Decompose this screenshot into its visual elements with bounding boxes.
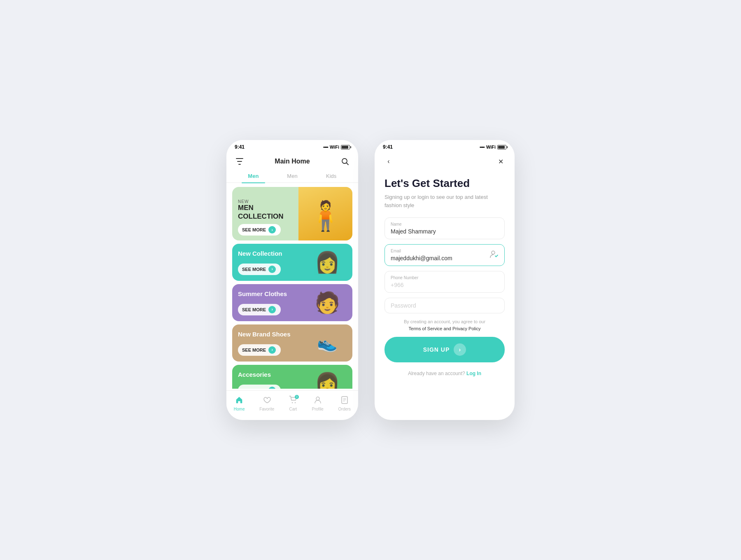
new-collection-see-more-button[interactable]: SEE MORE › [238, 264, 281, 275]
terms-text: By creating an account, you agree to our… [384, 318, 505, 332]
cart-badge-count: 0 [295, 395, 299, 399]
battery-icon-right [497, 145, 506, 149]
shoes-see-more-button[interactable]: SEE MORE › [238, 344, 281, 356]
password-field[interactable]: Password [384, 298, 505, 313]
shoes-arrow-icon: › [268, 346, 276, 354]
auth-title: Let's Get Started [384, 177, 505, 190]
favorite-label: Favorite [259, 407, 274, 411]
bottom-nav: Home Favorite 0 Cart [226, 390, 358, 420]
cat-content-accessories: Accesories SEE MORE › [232, 366, 352, 389]
svg-point-9 [492, 251, 495, 254]
phone-field[interactable]: Phone Number +966 [384, 271, 505, 293]
tab-kids[interactable]: Kids [312, 170, 351, 182]
login-link[interactable]: Log In [466, 371, 481, 376]
cat-content-summer: Summer Clothes SEE MORE › [232, 285, 352, 320]
search-button[interactable] [339, 156, 351, 167]
name-field[interactable]: Name Majed Shammary [384, 217, 505, 239]
signal-icon-right: ▪▪▪▪ [480, 145, 485, 149]
favorite-icon [263, 396, 271, 406]
signup-label: SIGN UP [423, 346, 450, 353]
orders-icon [340, 396, 349, 406]
summer-see-more-button[interactable]: SEE MORE › [238, 304, 281, 315]
left-phone: 9:41 ▪▪▪▪ WiFi Main Home Men Men [226, 140, 358, 420]
tab-men[interactable]: Men [273, 170, 312, 182]
profile-icon [314, 396, 322, 406]
home-label: Home [234, 407, 245, 411]
nav-home[interactable]: Home [234, 396, 245, 411]
status-bar-right: 9:41 ▪▪▪▪ WiFi [375, 140, 515, 152]
login-text: Already have an account? Log In [384, 371, 505, 376]
category-tabs: Men Men Kids [226, 170, 358, 183]
profile-label: Profile [312, 407, 324, 411]
cat-content-shoes: New Brand Shoes SEE MORE › [232, 326, 352, 361]
email-value: majeddukhi@gmail.com [391, 255, 499, 261]
signup-button[interactable]: SIGN UP › [384, 337, 505, 362]
home-icon [235, 396, 243, 406]
time-right: 9:41 [383, 144, 393, 150]
banner-card: NEW MEN COLLECTION SEE MORE › 🧍 [232, 187, 352, 240]
svg-point-0 [342, 159, 347, 163]
see-more-arrow-icon: › [268, 226, 276, 233]
terms-link[interactable]: Terms of Service and Privacy Policy [409, 326, 481, 331]
header-title: Main Home [275, 158, 310, 165]
accessories-card[interactable]: Accesories SEE MORE › 👩 [232, 365, 352, 389]
cat-title-summer: Summer Clothes [238, 290, 347, 297]
banner-new-label: NEW [238, 199, 284, 204]
status-icons-right: ▪▪▪▪ WiFi [480, 145, 506, 149]
phone-placeholder: +966 [391, 282, 499, 288]
scroll-area[interactable]: NEW MEN COLLECTION SEE MORE › 🧍 New Coll… [226, 183, 358, 389]
auth-body: Let's Get Started Signing up or login to… [375, 170, 515, 383]
cart-badge: 0 [289, 396, 297, 406]
new-collection-arrow-icon: › [268, 266, 276, 273]
banner-see-more-button[interactable]: SEE MORE › [238, 224, 281, 236]
svg-point-4 [316, 397, 319, 400]
back-button[interactable]: ‹ [383, 156, 394, 167]
banner-figure: 🧍 [298, 187, 352, 240]
summer-clothes-card[interactable]: Summer Clothes SEE MORE › 🧑 [232, 284, 352, 321]
name-label: Name [391, 222, 499, 226]
filter-button[interactable] [234, 156, 245, 167]
wifi-icon: WiFi [330, 145, 339, 149]
close-button[interactable]: ✕ [495, 156, 506, 167]
cat-title-shoes: New Brand Shoes [238, 331, 347, 338]
nav-profile[interactable]: Profile [312, 396, 324, 411]
auth-subtitle: Signing up or login to see our top and l… [384, 193, 505, 209]
wifi-icon-right: WiFi [486, 145, 496, 149]
svg-point-2 [292, 402, 293, 403]
nav-cart[interactable]: 0 Cart [289, 396, 297, 411]
battery-icon [341, 145, 350, 149]
auth-header: ‹ ✕ [375, 152, 515, 170]
accessories-arrow-icon: › [268, 387, 276, 389]
right-phone: 9:41 ▪▪▪▪ WiFi ‹ ✕ Let's Get Started Sig… [375, 140, 515, 420]
signup-arrow-icon: › [454, 343, 466, 356]
status-bar-left: 9:41 ▪▪▪▪ WiFi [226, 140, 358, 152]
cat-title-new-collection: New Collection [238, 250, 347, 257]
svg-line-1 [347, 163, 348, 165]
email-label: Email [391, 249, 499, 253]
banner-content: NEW MEN COLLECTION SEE MORE › [232, 194, 289, 240]
password-placeholder: Password [391, 302, 499, 309]
user-check-icon [489, 250, 499, 261]
summer-arrow-icon: › [268, 306, 276, 313]
phone-label: Phone Number [391, 275, 499, 280]
cat-content-new-collection: New Collection SEE MORE › [232, 245, 352, 280]
signal-icon: ▪▪▪▪ [323, 145, 328, 149]
orders-label: Orders [338, 407, 351, 411]
svg-point-3 [295, 402, 296, 403]
email-field[interactable]: Email majeddukhi@gmail.com [384, 244, 505, 266]
cat-title-accessories: Accesories [238, 371, 347, 378]
nav-orders[interactable]: Orders [338, 396, 351, 411]
nav-favorite[interactable]: Favorite [259, 396, 274, 411]
new-brand-shoes-card[interactable]: New Brand Shoes SEE MORE › 👟 [232, 324, 352, 362]
time-left: 9:41 [235, 144, 245, 150]
new-collection-card[interactable]: New Collection SEE MORE › 👩 [232, 244, 352, 281]
app-header: Main Home [226, 152, 358, 167]
banner-title: MEN COLLECTION [238, 204, 284, 221]
status-icons-left: ▪▪▪▪ WiFi [323, 145, 350, 149]
name-value: Majed Shammary [391, 228, 499, 235]
tab-men-women[interactable]: Men [234, 170, 273, 182]
accessories-see-more-button[interactable]: SEE MORE › [238, 385, 281, 389]
cart-label: Cart [289, 407, 297, 411]
